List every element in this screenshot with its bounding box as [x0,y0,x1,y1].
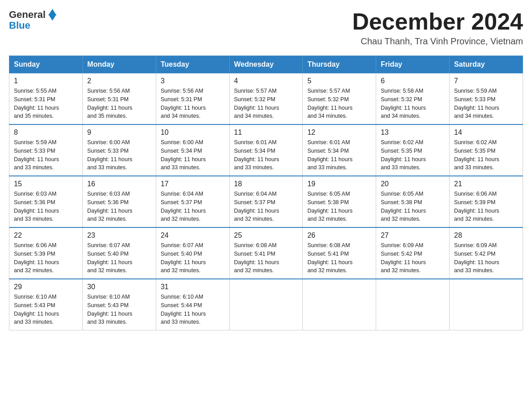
table-cell: 30 Sunrise: 6:10 AM Sunset: 5:43 PM Dayl… [82,279,156,330]
table-cell: 24 Sunrise: 6:07 AM Sunset: 5:40 PM Dayl… [156,227,229,279]
day-number: 30 [87,283,151,291]
header-friday: Friday [376,56,450,73]
day-number: 27 [381,231,445,240]
day-info: Sunrise: 6:05 AM Sunset: 5:38 PM Dayligh… [381,190,445,223]
day-info: Sunrise: 6:01 AM Sunset: 5:34 PM Dayligh… [307,138,371,172]
day-number: 24 [161,231,225,240]
table-cell: 10 Sunrise: 6:00 AM Sunset: 5:34 PM Dayl… [156,124,229,176]
day-number: 22 [14,231,78,240]
day-number: 13 [381,128,445,137]
table-cell: 2 Sunrise: 5:56 AM Sunset: 5:31 PM Dayli… [82,73,156,125]
day-number: 4 [234,77,298,85]
day-number: 15 [14,180,78,188]
day-info: Sunrise: 6:00 AM Sunset: 5:33 PM Dayligh… [87,138,151,172]
day-number: 9 [87,128,151,137]
day-info: Sunrise: 6:09 AM Sunset: 5:42 PM Dayligh… [454,241,518,275]
day-number: 10 [161,128,225,137]
table-cell: 21 Sunrise: 6:06 AM Sunset: 5:39 PM Dayl… [450,176,523,227]
day-number: 3 [161,77,225,85]
table-cell: 5 Sunrise: 5:57 AM Sunset: 5:32 PM Dayli… [303,73,376,125]
table-cell: 29 Sunrise: 6:10 AM Sunset: 5:43 PM Dayl… [9,279,83,330]
day-number: 16 [87,180,151,188]
table-cell: 13 Sunrise: 6:02 AM Sunset: 5:35 PM Dayl… [376,124,450,176]
title-block: December 2024 Chau Thanh, Tra Vinh Provi… [352,9,523,47]
table-cell [303,279,376,330]
day-info: Sunrise: 6:04 AM Sunset: 5:37 PM Dayligh… [234,190,298,223]
day-number: 25 [234,231,298,240]
day-info: Sunrise: 6:07 AM Sunset: 5:40 PM Dayligh… [161,241,225,275]
day-info: Sunrise: 6:06 AM Sunset: 5:39 PM Dayligh… [454,190,518,223]
day-number: 14 [454,128,518,137]
day-info: Sunrise: 5:56 AM Sunset: 5:31 PM Dayligh… [87,87,151,120]
day-info: Sunrise: 6:08 AM Sunset: 5:41 PM Dayligh… [307,241,371,275]
day-info: Sunrise: 6:07 AM Sunset: 5:40 PM Dayligh… [87,241,151,275]
table-cell: 12 Sunrise: 6:01 AM Sunset: 5:34 PM Dayl… [303,124,376,176]
table-cell: 25 Sunrise: 6:08 AM Sunset: 5:41 PM Dayl… [229,227,303,279]
day-info: Sunrise: 6:05 AM Sunset: 5:38 PM Dayligh… [307,190,371,223]
location-title: Chau Thanh, Tra Vinh Province, Vietnam [352,36,523,47]
day-info: Sunrise: 6:02 AM Sunset: 5:35 PM Dayligh… [454,138,518,172]
day-number: 8 [14,128,78,137]
table-cell: 15 Sunrise: 6:03 AM Sunset: 5:36 PM Dayl… [9,176,83,227]
table-cell: 31 Sunrise: 6:10 AM Sunset: 5:44 PM Dayl… [156,279,229,330]
header-sunday: Sunday [9,56,83,73]
table-cell [229,279,303,330]
day-number: 6 [381,77,445,85]
table-cell: 4 Sunrise: 5:57 AM Sunset: 5:32 PM Dayli… [229,73,303,125]
day-info: Sunrise: 6:09 AM Sunset: 5:42 PM Dayligh… [381,241,445,275]
day-info: Sunrise: 5:56 AM Sunset: 5:31 PM Dayligh… [161,87,225,120]
logo: General Blue [9,9,56,31]
calendar-week-row: 29 Sunrise: 6:10 AM Sunset: 5:43 PM Dayl… [9,279,523,330]
table-cell: 11 Sunrise: 6:01 AM Sunset: 5:34 PM Dayl… [229,124,303,176]
table-cell: 20 Sunrise: 6:05 AM Sunset: 5:38 PM Dayl… [376,176,450,227]
day-info: Sunrise: 5:57 AM Sunset: 5:32 PM Dayligh… [307,87,371,120]
calendar-table: Sunday Monday Tuesday Wednesday Thursday… [9,56,523,330]
calendar-header-row: Sunday Monday Tuesday Wednesday Thursday… [9,56,523,73]
header-thursday: Thursday [303,56,376,73]
day-info: Sunrise: 6:06 AM Sunset: 5:39 PM Dayligh… [14,241,78,275]
table-cell: 26 Sunrise: 6:08 AM Sunset: 5:41 PM Dayl… [303,227,376,279]
table-cell: 22 Sunrise: 6:06 AM Sunset: 5:39 PM Dayl… [9,227,83,279]
header-monday: Monday [82,56,156,73]
day-number: 1 [14,77,78,85]
day-info: Sunrise: 5:58 AM Sunset: 5:32 PM Dayligh… [381,87,445,120]
table-cell: 17 Sunrise: 6:04 AM Sunset: 5:37 PM Dayl… [156,176,229,227]
calendar-week-row: 8 Sunrise: 5:59 AM Sunset: 5:33 PM Dayli… [9,124,523,176]
day-number: 29 [14,283,78,291]
logo-blue-text: Blue [9,20,30,31]
day-info: Sunrise: 6:03 AM Sunset: 5:36 PM Dayligh… [87,190,151,223]
day-number: 5 [307,77,371,85]
table-cell: 14 Sunrise: 6:02 AM Sunset: 5:35 PM Dayl… [450,124,523,176]
header-saturday: Saturday [450,56,523,73]
header-tuesday: Tuesday [156,56,229,73]
table-cell: 19 Sunrise: 6:05 AM Sunset: 5:38 PM Dayl… [303,176,376,227]
table-cell: 16 Sunrise: 6:03 AM Sunset: 5:36 PM Dayl… [82,176,156,227]
day-info: Sunrise: 6:04 AM Sunset: 5:37 PM Dayligh… [161,190,225,223]
day-info: Sunrise: 6:00 AM Sunset: 5:34 PM Dayligh… [161,138,225,172]
day-number: 18 [234,180,298,188]
table-cell [450,279,523,330]
day-info: Sunrise: 6:08 AM Sunset: 5:41 PM Dayligh… [234,241,298,275]
day-number: 19 [307,180,371,188]
day-info: Sunrise: 5:57 AM Sunset: 5:32 PM Dayligh… [234,87,298,120]
day-number: 20 [381,180,445,188]
table-cell: 27 Sunrise: 6:09 AM Sunset: 5:42 PM Dayl… [376,227,450,279]
day-number: 2 [87,77,151,85]
day-info: Sunrise: 6:03 AM Sunset: 5:36 PM Dayligh… [14,190,78,223]
table-cell: 18 Sunrise: 6:04 AM Sunset: 5:37 PM Dayl… [229,176,303,227]
calendar-week-row: 15 Sunrise: 6:03 AM Sunset: 5:36 PM Dayl… [9,176,523,227]
table-cell [376,279,450,330]
day-info: Sunrise: 5:59 AM Sunset: 5:33 PM Dayligh… [454,87,518,120]
table-cell: 1 Sunrise: 5:55 AM Sunset: 5:31 PM Dayli… [9,73,83,125]
day-info: Sunrise: 6:02 AM Sunset: 5:35 PM Dayligh… [381,138,445,172]
day-number: 21 [454,180,518,188]
table-cell: 28 Sunrise: 6:09 AM Sunset: 5:42 PM Dayl… [450,227,523,279]
day-number: 31 [161,283,225,291]
day-number: 28 [454,231,518,240]
day-number: 7 [454,77,518,85]
table-cell: 23 Sunrise: 6:07 AM Sunset: 5:40 PM Dayl… [82,227,156,279]
logo-general-text: General [9,9,46,21]
day-number: 12 [307,128,371,137]
day-number: 23 [87,231,151,240]
day-info: Sunrise: 6:10 AM Sunset: 5:43 PM Dayligh… [87,293,151,326]
